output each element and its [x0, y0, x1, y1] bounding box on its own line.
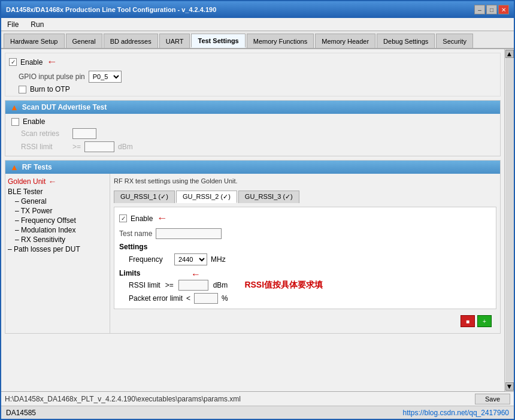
- packet-lt: <: [186, 294, 190, 303]
- window-controls: – □ ✕: [474, 5, 509, 14]
- sub-tab-gu-rssi-1[interactable]: GU_RSSI_1 (✓): [114, 191, 175, 203]
- window-title: DA1458x/DA1468x Production Line Tool Con…: [6, 6, 216, 13]
- footer-right: https://blog.csdn.net/qq_2417960: [403, 409, 509, 417]
- packet-label: Packet error limit: [129, 294, 183, 303]
- tab-security[interactable]: Security: [436, 34, 473, 48]
- rf-tests-section: ▲ RF Tests Golden Unit ← BLE Tester – Ge…: [5, 160, 501, 334]
- tree-path-losses[interactable]: – Path losses per DUT: [8, 244, 107, 254]
- limits-label: Limits: [119, 269, 491, 277]
- rf-enable-label: Enable: [131, 214, 153, 223]
- bottom-buttons: ■ +: [114, 313, 496, 330]
- rf-tests-title: RF Tests: [22, 163, 52, 171]
- rf-enable-row: Enable ←: [119, 212, 491, 225]
- test-name-row: Test name GU_RSSI_2: [119, 228, 491, 239]
- footer-left: DA14585: [6, 409, 36, 417]
- add-button[interactable]: +: [477, 315, 492, 327]
- rf-description: RF RX test settings using the Golden Uni…: [114, 177, 496, 185]
- sub-tab-gu-rssi-3[interactable]: GU_RSSI_3 (✓): [238, 191, 299, 203]
- delete-button[interactable]: ■: [461, 315, 475, 327]
- tab-debug-settings[interactable]: Debug Settings: [377, 34, 435, 48]
- scan-enable-row: Enable: [11, 117, 494, 126]
- tree-tx-power[interactable]: – TX Power: [8, 206, 107, 216]
- content-wrapper: Enable ← GPIO input pulse pin P0_5 P0_0 …: [1, 49, 514, 406]
- enable-label: Enable: [20, 58, 43, 67]
- settings-group: Settings Frequency 2440 2402 2480: [119, 243, 491, 265]
- menu-bar: File Run: [1, 18, 514, 31]
- gpio-row: GPIO input pulse pin P0_5 P0_0 P0_1: [9, 71, 496, 83]
- limits-group: Limits RSSI limit >= -80.0 dBm RSSI值按具体要…: [119, 269, 491, 304]
- tab-bar: Hardware Setup General BD addresses UART…: [1, 31, 514, 49]
- rssi-limit-input: -70.0: [84, 141, 114, 152]
- rssi-gte-symbol: >=: [72, 143, 81, 151]
- scroll-track[interactable]: [505, 59, 514, 382]
- gpio-label: GPIO input pulse pin: [19, 72, 85, 81]
- tree-freq-offset[interactable]: – Frequency Offset: [8, 216, 107, 225]
- rf-enable-checkbox[interactable]: [119, 214, 127, 222]
- delete-icon: ■: [466, 318, 469, 325]
- scan-enable-checkbox[interactable]: [11, 118, 19, 126]
- tree-rx-sensitivity[interactable]: – RX Sensitivity: [8, 235, 107, 244]
- scroll-up[interactable]: ▲: [505, 50, 514, 58]
- packet-unit: %: [222, 294, 228, 303]
- maximize-button[interactable]: □: [486, 5, 497, 14]
- tree-ble-tester[interactable]: BLE Tester: [8, 187, 107, 197]
- rssi-unit: dBm: [118, 143, 133, 151]
- minimize-button[interactable]: –: [474, 5, 485, 14]
- tab-general[interactable]: General: [66, 34, 102, 48]
- scan-enable-label: Enable: [23, 117, 45, 126]
- packet-input[interactable]: 10.0: [194, 293, 218, 304]
- scan-dut-header: ▲ Scan DUT Advertise Test: [5, 101, 500, 114]
- burn-checkbox[interactable]: [19, 86, 26, 93]
- tab-test-settings[interactable]: Test Settings: [191, 34, 245, 48]
- packet-row: Packet error limit < 10.0 %: [119, 293, 491, 304]
- scroll-content: Enable ← GPIO input pulse pin P0_5 P0_0 …: [1, 49, 504, 391]
- title-bar: DA1458x/DA1468x Production Line Tool Con…: [1, 1, 514, 18]
- add-icon: +: [483, 318, 486, 325]
- burn-row: Burn to OTP: [9, 85, 496, 93]
- limits-row: RSSI limit >= -80.0 dBm RSSI值按具体要求填 ←: [119, 280, 491, 291]
- scan-dut-title: Scan DUT Advertise Test: [22, 103, 107, 111]
- tab-bd-addresses[interactable]: BD addresses: [104, 34, 158, 48]
- scan-dut-content: Enable Scan retries 3 RSSI limit >= -70.…: [5, 114, 500, 156]
- main-with-scroll: Enable ← GPIO input pulse pin P0_5 P0_0 …: [1, 49, 514, 391]
- status-bar: H:\DA1458x_DA1468x_PLT_v_4.2.4.190\execu…: [1, 391, 514, 406]
- freq-row: Frequency 2440 2402 2480 MHz: [119, 253, 491, 265]
- rf-enable-arrow: ←: [156, 212, 167, 225]
- freq-select[interactable]: 2440 2402 2480: [174, 253, 207, 265]
- tab-uart[interactable]: UART: [159, 34, 190, 48]
- rssi-limit-label: RSSI limit: [21, 143, 69, 151]
- menu-file[interactable]: File: [4, 19, 22, 30]
- scan-retries-input: 3: [72, 128, 96, 139]
- settings-group-label: Settings: [119, 243, 491, 251]
- rf-tests-header: ▲ RF Tests: [5, 161, 500, 174]
- freq-unit: MHz: [211, 255, 226, 264]
- tree-mod-index[interactable]: – Modulation Index: [8, 225, 107, 235]
- rssi-limit-row: RSSI limit >= -70.0 dBm: [11, 141, 494, 152]
- tab-hardware-setup[interactable]: Hardware Setup: [4, 34, 65, 48]
- rssi-limit-label2: RSSI limit: [129, 281, 160, 289]
- gpio-select[interactable]: P0_5 P0_0 P0_1: [89, 71, 122, 83]
- enable-checkbox[interactable]: [9, 58, 17, 66]
- tree-golden-unit[interactable]: Golden Unit ←: [8, 176, 107, 187]
- menu-run[interactable]: Run: [27, 19, 47, 30]
- tree-general[interactable]: – General: [8, 197, 107, 206]
- close-button[interactable]: ✕: [498, 5, 509, 14]
- rssi-unit2: dBm: [213, 281, 228, 289]
- rf-tests-content: Golden Unit ← BLE Tester – General – TX …: [5, 174, 500, 333]
- tab-memory-functions[interactable]: Memory Functions: [247, 34, 314, 48]
- rssi-limit-input2[interactable]: -80.0: [178, 280, 208, 291]
- burn-label: Burn to OTP: [30, 85, 70, 93]
- enable-row: Enable ←: [9, 56, 496, 68]
- scroll-down[interactable]: ▼: [505, 382, 514, 391]
- tab-memory-header[interactable]: Memory Header: [315, 34, 375, 48]
- rssi-gte-symbol2: >=: [165, 281, 174, 289]
- sub-tab-bar: GU_RSSI_1 (✓) GU_RSSI_2 (✓) GU_RSSI_3 (✓…: [114, 191, 496, 203]
- enable-arrow: ←: [46, 56, 57, 68]
- scrollbar[interactable]: ▲ ▼: [504, 49, 514, 391]
- sub-tab-gu-rssi-2[interactable]: GU_RSSI_2 (✓): [176, 191, 237, 203]
- triangle-icon: ▲: [10, 102, 19, 112]
- save-button[interactable]: Save: [475, 394, 510, 404]
- test-name-input[interactable]: GU_RSSI_2: [156, 228, 222, 239]
- footer: DA14585 https://blog.csdn.net/qq_2417960: [1, 406, 514, 419]
- annotation-arrow: ←: [191, 269, 201, 280]
